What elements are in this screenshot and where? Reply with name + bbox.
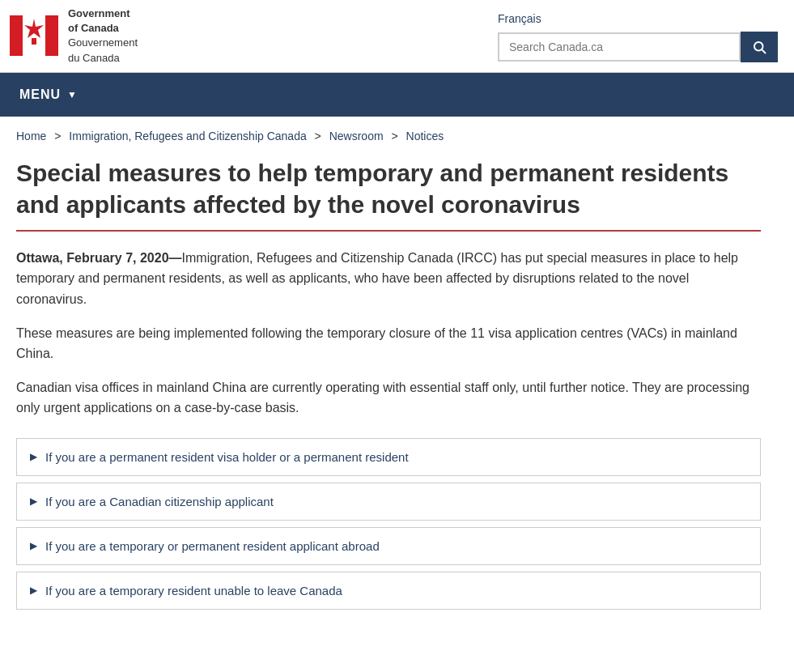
search-icon: [752, 40, 766, 54]
accordion: ▶If you are a permanent resident visa ho…: [16, 438, 761, 610]
accordion-item: ▶If you are a temporary resident unable …: [16, 572, 761, 610]
accordion-header-2[interactable]: ▶If you are a temporary or permanent res…: [17, 528, 760, 564]
site-header: Governmentof Canada Gouvernementdu Canad…: [0, 0, 794, 73]
accordion-header-0[interactable]: ▶If you are a permanent resident visa ho…: [17, 439, 760, 475]
svg-rect-4: [32, 38, 36, 45]
main-content: Special measures to help temporary and p…: [0, 149, 777, 642]
language-toggle[interactable]: Français: [498, 9, 541, 25]
gov-name-fr: Gouvernementdu Canada: [68, 36, 138, 65]
header-left: Governmentof Canada Gouvernementdu Canad…: [10, 6, 138, 66]
svg-rect-0: [10, 15, 23, 56]
accordion-label: If you are a temporary or permanent resi…: [45, 539, 380, 553]
search-input[interactable]: [498, 32, 741, 62]
search-button[interactable]: [741, 32, 778, 62]
accordion-item: ▶If you are a Canadian citizenship appli…: [16, 483, 761, 521]
accordion-triangle-icon: ▶: [30, 451, 37, 462]
page-title: Special measures to help temporary and p…: [16, 157, 761, 220]
accordion-header-3[interactable]: ▶If you are a temporary resident unable …: [17, 572, 760, 609]
menu-label: MENU: [19, 87, 61, 102]
paragraph-2: These measures are being implemented fol…: [16, 323, 761, 364]
accordion-header-1[interactable]: ▶If you are a Canadian citizenship appli…: [17, 483, 760, 520]
main-nav: MENU ▼: [0, 73, 794, 117]
accordion-triangle-icon: ▶: [30, 585, 37, 596]
search-form: [498, 32, 778, 62]
dateline: Ottawa, February 7, 2020—: [16, 251, 182, 265]
breadcrumb-dept[interactable]: Immigration, Refugees and Citizenship Ca…: [69, 130, 306, 142]
canada-flag-logo: [10, 15, 58, 56]
breadcrumb: Home > Immigration, Refugees and Citizen…: [0, 117, 794, 149]
accordion-item: ▶If you are a temporary or permanent res…: [16, 527, 761, 565]
menu-chevron-icon: ▼: [67, 89, 78, 100]
breadcrumb-home[interactable]: Home: [16, 130, 46, 142]
menu-button[interactable]: MENU ▼: [10, 73, 87, 117]
accordion-triangle-icon: ▶: [30, 540, 37, 551]
accordion-item: ▶If you are a permanent resident visa ho…: [16, 438, 761, 476]
svg-line-6: [762, 50, 765, 53]
breadcrumb-sep-2: >: [315, 130, 321, 142]
breadcrumb-sep-1: >: [54, 130, 61, 142]
logo-container: Governmentof Canada Gouvernementdu Canad…: [10, 6, 138, 66]
title-divider: [16, 230, 761, 232]
government-name: Governmentof Canada Gouvernementdu Canad…: [68, 6, 138, 66]
paragraph-3: Canadian visa offices in mainland China …: [16, 377, 761, 419]
accordion-triangle-icon: ▶: [30, 495, 37, 507]
svg-rect-1: [45, 15, 58, 56]
gov-name-en: Governmentof Canada: [68, 6, 138, 36]
accordion-label: If you are a temporary resident unable t…: [45, 584, 342, 598]
breadcrumb-newsroom[interactable]: Newsroom: [329, 130, 384, 142]
breadcrumb-sep-3: >: [391, 130, 397, 142]
accordion-label: If you are a permanent resident visa hol…: [45, 450, 409, 464]
header-right: Français: [498, 9, 778, 62]
accordion-label: If you are a Canadian citizenship applic…: [45, 495, 274, 508]
paragraph-1: Ottawa, February 7, 2020—Immigration, Re…: [16, 248, 761, 310]
breadcrumb-notices[interactable]: Notices: [406, 130, 444, 142]
